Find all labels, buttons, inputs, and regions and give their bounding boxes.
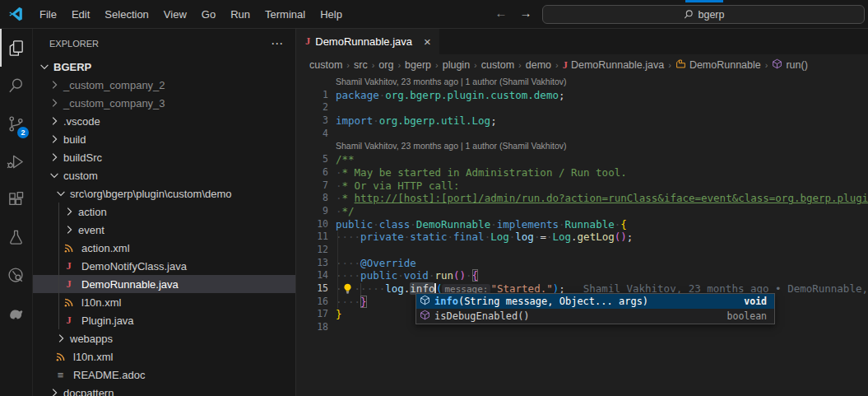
code-token: Runnable [565,218,615,231]
code-token: () [615,231,627,243]
tree-item-l10n-xml[interactable]: l10n.xml [33,293,295,311]
code-token: · [397,269,404,282]
code-token: void [404,269,429,282]
tree-item-plugin-java[interactable]: JPlugin.java [33,311,295,329]
breadcrumb-item-org[interactable]: org [378,59,393,71]
command-center-search[interactable]: bgerp [542,5,865,24]
breadcrumb-item-demo[interactable]: demo [526,59,551,71]
code-token: public [336,218,373,231]
code-token: ···· [336,257,360,269]
tree-item-label: Plugin.java [79,314,134,327]
breadcrumb-item-run-[interactable]: run() [772,58,807,72]
code-line-13: 13····@Override [297,257,868,270]
search-icon [683,9,694,20]
chevron-right-icon [48,78,61,91]
menu-item-selection[interactable]: Selection [97,8,155,21]
breadcrumb-item-src[interactable]: src [354,59,368,71]
tree-item-docpattern[interactable]: docpattern [33,384,295,396]
activity-gradle-icon[interactable] [0,294,32,332]
chevron-right-icon [48,96,61,109]
code-token: package [336,89,379,101]
menu-item-go[interactable]: Go [194,8,223,21]
tree-item-l10n-xml[interactable]: l10n.xml [33,347,295,366]
activity-extensions-icon[interactable] [0,180,32,218]
breadcrumb-label: DemoRunnable [689,59,761,71]
menu-item-edit[interactable]: Edit [64,8,97,21]
line-content: ·* Or via HTTP call: [336,179,460,193]
editor-group: J DemoRunnable.java × custom›src›org›bge… [297,29,868,396]
tree-item-label: src\org\bgerp\plugin\custom\demo [67,188,232,200]
line-content: ·*/ [336,205,355,218]
tree-item-demorunnable-java[interactable]: JDemoRunnable.java [33,275,295,293]
tree-item-action-xml[interactable]: action.xml [33,239,295,257]
breadcrumb-item-demorunnable[interactable]: DemoRunnable [675,58,761,72]
title-bar: FileEditSelectionViewGoRunTerminalHelp ←… [0,0,868,29]
menu-item-view[interactable]: View [156,8,194,21]
line-number: 14 [297,269,328,282]
bracket: } [360,296,367,308]
tree-item-bgerp[interactable]: BGERP [33,58,295,76]
activity-run-debug-icon[interactable] [0,142,32,180]
line-number: 7 [297,179,328,193]
tree-item--custom-company-2[interactable]: _custom_company_2 [33,76,295,94]
codelens-blame[interactable]: Shamil Vakhitov, 23 months ago | 1 autho… [336,140,868,153]
tree-indent-guide [58,203,59,329]
code-token: () [453,269,466,282]
code-token: org.bgerp.util.Log [379,114,490,127]
code-area[interactable]: Shamil Vakhitov, 23 months ago | 1 autho… [297,76,868,396]
breadcrumb-item-custom[interactable]: custom [481,59,514,71]
tree-item-event[interactable]: event [33,221,295,239]
activity-explorer-icon[interactable] [0,29,32,67]
nav-back-button[interactable]: ← [492,6,510,20]
tree-item-build[interactable]: build [33,130,295,148]
menu-item-run[interactable]: Run [223,8,258,21]
nav-forward-button[interactable]: → [517,6,535,20]
code-token: · [466,269,472,282]
activity-source-control-icon[interactable]: 2 [0,105,32,142]
java-file-icon: J [63,260,75,273]
tree-item-label: build [61,133,86,146]
activity-inspection-icon[interactable] [0,256,32,294]
tree-item-src-org-bgerp-plugin-custom-demo[interactable]: src\org\bgerp\plugin\custom\demo [33,184,295,203]
more-actions-icon[interactable]: ⋯ [271,36,284,51]
line-number: 15 [297,282,328,296]
suggest-label: info(String message, Object... args) [434,296,648,307]
tab-demorunnable[interactable]: J DemoRunnable.java × [297,29,439,54]
breadcrumb-item-custom[interactable]: custom [309,59,342,71]
code-token: · [559,218,565,231]
breadcrumb-item-plugin[interactable]: plugin [443,59,470,71]
suggest-item-info[interactable]: info(String message, Object... args)void [416,294,774,309]
codelens-blame[interactable]: Shamil Vakhitov, 23 months ago | 1 autho… [336,76,868,89]
method-symbol-icon [420,295,430,308]
code-token: import [336,114,373,127]
close-icon[interactable]: × [424,35,431,49]
tree-item-custom[interactable]: custom [33,166,295,184]
suggest-detail: void [744,296,767,307]
tree-item--custom-company-3[interactable]: _custom_company_3 [33,94,295,112]
breadcrumb-item-demorunnable-java[interactable]: JDemoRunnable.java [563,59,665,72]
tree-item-webapps[interactable]: webapps [33,329,295,347]
progress-strip [685,0,723,2]
breadcrumb-item-bgerp[interactable]: bgerp [405,59,431,71]
lightbulb-icon[interactable] [342,283,354,295]
menu-item-help[interactable]: Help [313,8,350,21]
tree-item-readme-adoc[interactable]: ≡README.adoc [33,366,295,384]
code-token: · [410,218,416,231]
activity-search-icon[interactable] [0,67,32,105]
breadcrumb: custom›src›org›bgerp›plugin›custom›demo›… [297,54,868,76]
breadcrumb-separator: › [668,60,671,70]
tree-item-buildsrc[interactable]: buildSrc [33,148,295,166]
tree-item-label: l10n.xml [79,296,121,309]
tree-item-demonotifyclass-java[interactable]: JDemoNotifyClass.java [33,257,295,275]
tree-item-action[interactable]: action [33,203,295,221]
suggest-item-isdebugenabled-[interactable]: isDebugEnabled()boolean [416,309,774,324]
tree-item--vscode[interactable]: .vscode [33,112,295,130]
activity-testing-icon[interactable] [0,218,32,256]
menu-item-file[interactable]: File [32,8,64,21]
code-token: log [385,282,404,295]
code-token: ; [627,231,634,243]
line-content: ····private·static·final·Log·log·=·Log.g… [336,231,633,244]
menu-item-terminal[interactable]: Terminal [258,8,313,21]
code-token: http://[host]:[port]/admin/run.do?action… [355,192,868,204]
breadcrumb-separator: › [474,60,477,70]
